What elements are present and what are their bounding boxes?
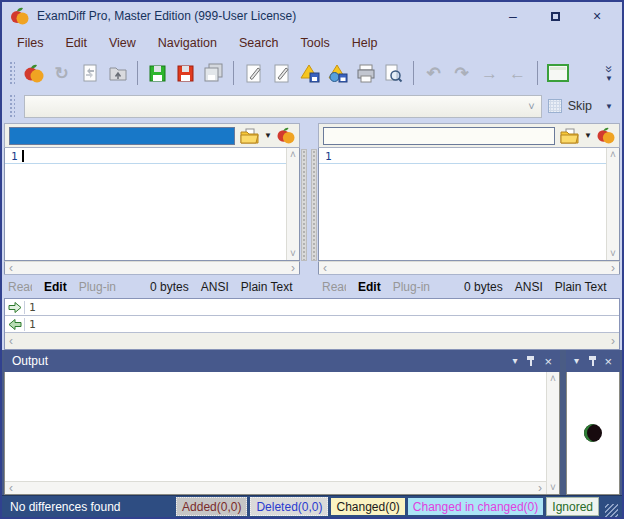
right-vertical-scrollbar[interactable]: ˄ ˅ [606,148,619,260]
file-mask-combobox[interactable]: ˅ [24,95,542,118]
app-logo-icon [10,7,29,25]
current-line-highlight [5,163,286,164]
right-browse-dropdown-icon[interactable]: ▼ [584,131,592,140]
open-files-button[interactable] [105,60,130,86]
output-pin-icon[interactable] [526,356,535,367]
output-header: Output ▾ × [4,350,560,372]
line-inspector: 1 1 ‹ › [4,298,620,350]
statistics-pin-icon[interactable] [588,356,595,367]
left-vertical-scrollbar[interactable]: ˄ ˅ [286,148,299,260]
statistics-header: ▾ × [566,350,620,372]
refresh-button[interactable]: ↻ [49,60,74,86]
output-content[interactable] [5,372,546,481]
options-bar-grip[interactable] [9,94,15,118]
options-overflow[interactable]: ▼ [600,102,618,111]
right-editor[interactable]: 1 [319,148,606,260]
skip-checkbox[interactable] [548,99,562,113]
edit-first-icon [244,64,263,83]
right-compare-icon[interactable] [597,127,615,144]
menu-item-edit[interactable]: Edit [54,33,98,53]
left-pane-header: ▼ [4,123,300,148]
output-horizontal-scrollbar[interactable]: ‹ › [5,481,546,494]
scroll-right-icon[interactable]: › [611,261,615,275]
scroll-down-icon[interactable]: ˅ [610,248,616,259]
previous-difference-button[interactable]: ← [505,60,530,86]
next-difference-button[interactable]: → [477,60,502,86]
inspector-row-second[interactable]: 1 [5,316,619,333]
statistics-menu-dropdown-icon[interactable]: ▾ [574,356,579,366]
dock-area: Output ▾ × ‹ › ˄ ˅ [2,350,622,495]
swap-and-recompare-button[interactable] [77,60,102,86]
read-only-indicator: Read [322,280,346,294]
print-preview-button[interactable] [381,60,406,86]
right-diff-map[interactable] [311,149,317,261]
statistics-close-icon[interactable]: × [604,355,612,368]
toolbar-grip[interactable] [9,61,15,85]
combo-dropdown-icon[interactable]: ˅ [528,100,534,112]
save-first-file-button[interactable] [145,60,170,86]
statistics-pane: ▾ × [566,350,620,495]
compare-button[interactable] [21,60,46,86]
inspector-row-first[interactable]: 1 [5,299,619,316]
plugin-indicator: Plug-in [393,280,430,294]
redo-button[interactable]: ↷ [449,60,474,86]
scroll-up-icon[interactable]: ˄ [550,373,556,384]
undo-button[interactable]: ↶ [421,60,446,86]
previous-difference-icon: ← [509,65,526,82]
edit-first-file-button[interactable] [241,60,266,86]
left-browse-dropdown-icon[interactable]: ▼ [264,131,272,140]
left-browse-folder-icon[interactable] [240,128,259,144]
file-size-indicator: 0 bytes [150,280,189,294]
menu-bar: Files Edit View Navigation Search Tools … [2,30,622,56]
menu-item-tools[interactable]: Tools [290,33,341,53]
menu-item-files[interactable]: Files [6,33,54,53]
window-resize-grip[interactable] [605,504,618,517]
output-menu-dropdown-icon[interactable]: ▾ [512,356,517,366]
show-file-panes-button[interactable] [545,60,570,86]
menu-item-help[interactable]: Help [341,33,389,53]
toolbar-separator [537,61,538,85]
right-file-combobox[interactable] [323,127,555,145]
ignored-badge: Ignored [546,497,599,516]
left-pane-statusbar: Read Edit Plug-in 0 bytes ANSI Plain Tex… [4,274,300,298]
save-second-file-button[interactable] [173,60,198,86]
left-editor[interactable]: 1 [5,148,286,260]
options-bar: ˅ Skip ▼ [2,90,622,122]
save-differences-button[interactable] [297,60,322,86]
publish-differences-button[interactable] [325,60,350,86]
left-file-combobox[interactable] [9,127,235,145]
left-horizontal-scrollbar[interactable]: ‹ › [4,261,300,274]
minimize-button[interactable]: – [496,8,530,24]
right-browse-folder-icon[interactable] [560,128,579,144]
maximize-button[interactable] [538,8,572,24]
menu-item-view[interactable]: View [98,33,147,53]
left-diff-map[interactable] [301,149,307,261]
close-button[interactable]: × [580,8,614,24]
scroll-up-icon[interactable]: ˄ [290,149,296,160]
save-both-files-button[interactable] [201,60,226,86]
toolbar-separator [413,61,414,85]
scroll-right-icon[interactable]: › [611,334,615,348]
scroll-left-icon[interactable]: ‹ [9,261,13,275]
menu-item-navigation[interactable]: Navigation [147,33,228,53]
edit-second-file-button[interactable] [269,60,294,86]
redo-icon: ↷ [454,65,468,82]
scroll-left-icon[interactable]: ‹ [9,481,13,495]
scroll-down-icon[interactable]: ˅ [290,248,296,259]
print-button[interactable] [353,60,378,86]
scroll-left-icon[interactable]: ‹ [9,334,13,348]
output-close-icon[interactable]: × [544,355,552,368]
output-vertical-scrollbar[interactable]: ˄ ˅ [546,372,559,494]
right-horizontal-scrollbar[interactable]: ‹ › [318,261,620,274]
toolbar-overflow[interactable]: » ▼ [600,64,618,83]
menu-item-search[interactable]: Search [228,33,290,53]
scroll-up-icon[interactable]: ˄ [610,149,616,160]
scroll-right-icon[interactable]: › [538,481,542,495]
status-bar: No differences found Added(0,0) Deleted(… [2,495,622,517]
inspector-horizontal-scrollbar[interactable]: ‹ › [5,333,619,349]
scroll-down-icon[interactable]: ˅ [550,482,556,493]
left-compare-icon[interactable] [277,127,295,144]
scroll-right-icon[interactable]: › [291,261,295,275]
scroll-left-icon[interactable]: ‹ [323,261,327,275]
left-line-number: 1 [11,150,18,163]
